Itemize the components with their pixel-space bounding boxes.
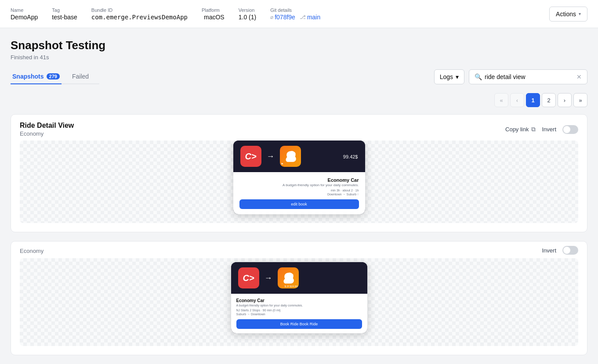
copy-icon: ⧉ (531, 126, 536, 133)
card-2-header: Economy Invert (11, 241, 587, 258)
book-btn-1[interactable]: edit book (239, 199, 359, 209)
name-label: Name (11, 7, 38, 13)
swift-icon-1: ⚑ (280, 146, 301, 167)
emerge-icon-2: C> (238, 267, 259, 288)
tab-snapshots[interactable]: Snapshots 279 (11, 69, 62, 84)
swift-icon-2: $.2f $24.99 (278, 267, 299, 288)
git-commit-icon: ⌀ (270, 14, 273, 20)
version-label: Version (239, 7, 256, 13)
preview-1-top: C> → ⚑ 99.42$ (233, 141, 365, 172)
toolbar-right: Logs ▾ 🔍 ✕ (434, 69, 587, 84)
tag-label: Tag (52, 7, 77, 13)
name-value: DemoApp (11, 14, 38, 21)
bundle-value: com.emerge.PreviewsDemoApp (91, 14, 188, 21)
card-1-image-area: C> → ⚑ 99.42$ Economy Car A budget-frien… (20, 141, 578, 223)
preview-1-body: Economy Car A budget-friendly option for… (233, 172, 365, 214)
main-content: Snapshot Testing Finished in 41s Snapsho… (0, 28, 598, 355)
price-tag-1: 99.42$ (343, 154, 358, 159)
tab-failed[interactable]: Failed (70, 69, 91, 84)
invert-label-2: Invert (542, 247, 556, 254)
card-1-title: Ride Detail View (20, 122, 74, 130)
bundle-label: Bundle ID (91, 7, 188, 13)
pagination-page-1[interactable]: 1 (526, 93, 540, 107)
git-branch-link[interactable]: ⎇ main (300, 14, 320, 21)
page-title: Snapshot Testing (11, 39, 587, 52)
top-bar: Name DemoApp Tag test-base Bundle ID com… (0, 0, 598, 28)
card-2-controls: Invert (542, 246, 578, 255)
arrow-icon-1: → (267, 152, 275, 161)
snapshot-card-1: Ride Detail View Economy Copy link ⧉ Inv… (11, 114, 587, 232)
card-1-header: Ride Detail View Economy Copy link ⧉ Inv… (11, 115, 587, 141)
logs-chevron-icon: ▾ (456, 73, 459, 80)
meta-platform: Platform macOS (202, 7, 225, 21)
git-commit-link[interactable]: ⌀ f078f9e (270, 14, 295, 21)
meta-version: Version 1.0 (1) (239, 7, 256, 21)
card-1-controls: Copy link ⧉ Invert (505, 125, 578, 134)
git-values: ⌀ f078f9e ⎇ main (270, 14, 320, 21)
logs-button[interactable]: Logs ▾ (434, 69, 464, 84)
meta-git: Git details ⌀ f078f9e ⎇ main (270, 7, 320, 21)
meta-bundle: Bundle ID com.emerge.PreviewsDemoApp (91, 7, 188, 21)
actions-button[interactable]: Actions ▾ (549, 7, 587, 22)
pagination-page-2[interactable]: 2 (542, 93, 556, 107)
meta-tag: Tag test-base (52, 7, 77, 21)
book-btn-2[interactable]: Book Ride Book Ride (236, 319, 362, 329)
copy-link-button[interactable]: Copy link ⧉ (505, 126, 536, 133)
clear-icon[interactable]: ✕ (576, 73, 582, 80)
search-icon: 🔍 (475, 73, 482, 80)
tag-value: test-base (52, 14, 77, 21)
arrow-icon-2: → (265, 274, 272, 283)
preview-2-body: Economy Car A budget-friendly option for… (231, 294, 367, 333)
platform-label: Platform (202, 7, 225, 13)
card-1-title-section: Ride Detail View Economy (20, 122, 74, 137)
search-box: 🔍 ✕ (469, 69, 587, 84)
git-label: Git details (270, 7, 320, 13)
pagination-first[interactable]: « (494, 93, 508, 107)
invert-toggle-2[interactable] (562, 246, 578, 255)
card-2-image-area: C> → $.2f $24.99 Economy Car A budget-fr… (20, 258, 578, 346)
version-value: 1.0 (1) (239, 14, 256, 21)
snapshot-preview-2: C> → $.2f $24.99 Economy Car A budget-fr… (231, 262, 367, 333)
snapshot-preview-1: C> → ⚑ 99.42$ Economy Car A budget-frien… (233, 141, 365, 214)
pagination-prev[interactable]: ‹ (510, 93, 524, 107)
tabs: Snapshots 279 Failed (11, 69, 99, 84)
pagination-next[interactable]: › (558, 93, 572, 107)
snapshots-badge: 279 (47, 73, 60, 79)
emerge-icon-1: C> (240, 146, 261, 167)
pagination: « ‹ 1 2 › » (11, 93, 587, 107)
card-2-subtitle: Economy (20, 248, 43, 254)
card-1-subtitle: Economy (20, 130, 74, 137)
tabs-toolbar: Snapshots 279 Failed Logs ▾ 🔍 ✕ (11, 69, 587, 84)
invert-toggle-1[interactable] (562, 125, 578, 134)
search-input[interactable] (485, 73, 574, 80)
platform-value: macOS (202, 14, 225, 21)
meta-name: Name DemoApp (11, 7, 38, 21)
top-bar-meta: Name DemoApp Tag test-base Bundle ID com… (11, 7, 320, 21)
invert-label-1: Invert (542, 126, 556, 133)
snapshot-card-2: Economy Invert C> → $.2f $24.99 (11, 241, 587, 355)
preview-2-top: C> → $.2f $24.99 (231, 262, 367, 294)
git-branch-icon: ⎇ (300, 14, 306, 20)
chevron-down-icon: ▾ (579, 11, 581, 16)
page-subtitle: Finished in 41s (11, 54, 587, 61)
pagination-last[interactable]: » (573, 93, 587, 107)
